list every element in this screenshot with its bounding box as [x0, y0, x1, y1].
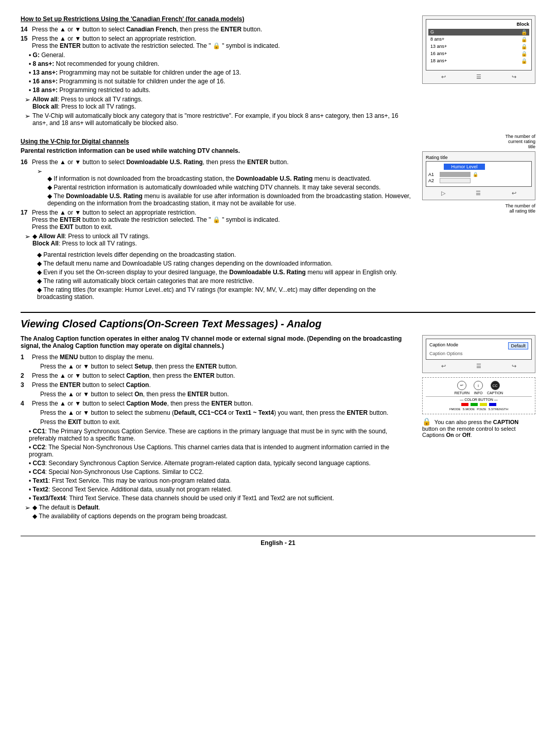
digital-intro: Parental restriction information can be … [21, 147, 412, 154]
rating-label-a1: A1 [428, 172, 438, 177]
diamond-16-2: Parental restriction information is auto… [47, 184, 412, 191]
caption-note-text: You can also press the CAPTION button on… [422, 419, 518, 438]
step-15-num: 15 [21, 35, 29, 49]
diamond-16-1: If information is not downloaded from th… [47, 175, 412, 182]
caption-mode-label: Caption Mode [429, 342, 458, 349]
rating-bar-a2 [440, 178, 471, 183]
step-16-num: 16 [21, 159, 29, 166]
btn-caption-label: CAPTION [487, 391, 503, 395]
captions-intro: The Analog Caption function operates in … [21, 335, 412, 349]
step-3a-text: Press the ▲ or ▼ button to select On, th… [40, 391, 229, 398]
color-btn-blue[interactable] [489, 403, 496, 406]
step-3-text: Press the ENTER button to select Caption… [32, 381, 151, 389]
annotation-label: The number ofcurrent ratingtitle [505, 134, 535, 149]
step-4-caption: 4 Press the ▲ or ▼ button to select Capt… [21, 400, 412, 407]
caption-note: 🔒 You can also press the CAPTION button … [422, 417, 535, 438]
rating-row-a1: A1 🔒 [428, 172, 529, 177]
bullet-cc2: CC2: The Special Non-Synchronous Use Cap… [29, 444, 412, 458]
color-btn-green[interactable] [471, 403, 478, 406]
bullet-18: 18 ans+: Programming restricted to adult… [29, 86, 412, 94]
step-17-text: Press the ▲ or ▼ button to select an app… [32, 209, 196, 216]
block-diagram-col: Block G🔒 8 ans+🔒 13 ans+🔒 16 ans+🔒 18 [422, 15, 535, 129]
bullet-text1: Text1: First Text Service. This may be v… [29, 477, 412, 484]
label-sstrength: S.STRENGTH [488, 408, 508, 411]
step-4-num: 4 [21, 400, 29, 407]
step-14: 14 Press the ▲ or ▼ button to select Can… [21, 26, 412, 33]
caption-mode-box: Caption Mode Default Caption Options ↩☰↪ [422, 335, 535, 373]
step-1-num: 1 [21, 354, 29, 361]
arrow-vchip-note: ➢ The V-Chip will automatically block an… [25, 112, 412, 127]
step-15-content: Press the ▲ or ▼ button to select an app… [32, 35, 280, 49]
all-rating-label: The number ofall rating title [422, 203, 535, 214]
arrow-sym-4: ➢ [25, 504, 30, 523]
step-17-num: 17 [21, 209, 29, 231]
block-item-18: 18 ans+🔒 [428, 58, 529, 64]
btn-info[interactable]: i [474, 381, 483, 390]
block-nav: ↩☰↪ [426, 74, 532, 80]
arrow-sym-2: ➢ [25, 112, 30, 127]
canada-bullets: G: General. 8 ans+: Not recommended for … [29, 51, 412, 94]
bullet-text2: Text2: Second Text Service. Additional d… [29, 486, 412, 493]
humor-bar: Humor Level [444, 164, 485, 170]
step-17-content: Press the ▲ or ▼ button to select an app… [32, 209, 280, 231]
bullet-cc3: CC3: Secondary Synchronous Caption Servi… [29, 460, 412, 467]
caption-nav: ↩☰↪ [426, 363, 532, 370]
btn-return[interactable]: ↩ [457, 381, 466, 390]
bullet-text34: Text3/Text4: Third Text Service. These d… [29, 495, 412, 502]
step-15: 15 Press the ▲ or ▼ button to select an … [21, 35, 412, 49]
diamond-17-5: The rating titles (for example: Humor Le… [37, 286, 412, 301]
section-digital: Using the V-Chip for Digital channels Pa… [21, 134, 535, 303]
color-btn-red[interactable] [461, 403, 468, 406]
step-17-arrow-diamonds: Allow All: Press to unlock all TV rating… [32, 233, 150, 247]
remote-top-row: ↩ RETURN i INFO CC CAPTION [455, 381, 503, 395]
step-exit-text: Press the EXIT button to exit. [40, 418, 120, 426]
color-btn-yellow[interactable] [480, 403, 487, 406]
rating-annotation: The number ofcurrent ratingtitle [422, 134, 535, 149]
arrow-sym-1: ➢ [25, 96, 30, 110]
btn-return-label: RETURN [455, 391, 470, 395]
lock-a1: 🔒 [473, 172, 478, 177]
rating-diagram: Rating title Humor Level A1 🔒 A2 [422, 151, 535, 200]
btn-caption[interactable]: CC [491, 381, 500, 390]
btn-info-label: INFO [474, 391, 483, 395]
label-smode: S.MODE [463, 408, 475, 411]
arrow-text-3: Allow All: Press to unlock all TV rating… [32, 233, 150, 249]
step-4-text: Press the ▲ or ▼ button to select Captio… [32, 400, 253, 407]
text-col-1: How to Set up Restrictions Using the 'Ca… [21, 15, 412, 129]
section-header-canadian: How to Set up Restrictions Using the 'Ca… [21, 15, 412, 23]
block-item-8: 8 ans+🔒 [428, 36, 529, 43]
step-4a-num [29, 409, 37, 416]
arrow-allow-all: ➢ Allow all: Press to unlock all TV rati… [25, 96, 412, 110]
caption-arrow-2: The availability of captions depends on … [32, 513, 228, 520]
step-4a-caption: Press the ▲ or ▼ button to select the su… [29, 409, 412, 416]
step-2-text: Press the ▲ or ▼ button to select Captio… [32, 372, 235, 379]
rating-title-label: Rating title [426, 155, 448, 160]
step-3a-caption: Press the ▲ or ▼ button to select On, th… [29, 391, 412, 398]
block-diagram: Block G🔒 8 ans+🔒 13 ans+🔒 16 ans+🔒 18 [422, 15, 535, 84]
step-3a-num [29, 391, 37, 398]
rating-inner: Humor Level A1 🔒 A2 [426, 161, 532, 187]
caption-bullets: CC1: The Primary Synchronous Caption Ser… [29, 428, 412, 502]
diamond-allow: Allow All: Press to unlock all TV rating… [32, 233, 150, 247]
step-16-text: Press the ▲ or ▼ button to select Downlo… [32, 159, 289, 166]
label-fmode: FMODE [449, 408, 461, 411]
section-title-captions: Viewing Closed Captions(On-Screen Text M… [21, 318, 535, 330]
bullet-8: 8 ans+: Not recommended for young childr… [29, 60, 412, 67]
arrow-text-2: The V-Chip will automatically block any … [32, 112, 412, 127]
digital-header: Using the V-Chip for Digital channels [21, 138, 412, 145]
remote-bottom-labels: FMODE S.MODE P.SIZE S.STRENGTH [449, 408, 508, 411]
diamond-17-3: Even if you set the On-screen display to… [37, 269, 412, 276]
caption-arrows: The default is Default. The availability… [32, 504, 228, 521]
step-17-diamonds: Parental restriction levels differ depen… [37, 251, 412, 301]
step-1a-caption: Press the ▲ or ▼ button to select Setup,… [29, 363, 412, 370]
block-diagram-inner: Block G🔒 8 ans+🔒 13 ans+🔒 16 ans+🔒 18 [426, 19, 532, 71]
caption-diagram-col: Caption Mode Default Caption Options ↩☰↪… [422, 335, 535, 525]
step-3-caption: 3 Press the ENTER button to select Capti… [21, 381, 412, 389]
step-14-num: 14 [21, 26, 29, 33]
arrow-sym-3: ➢ [25, 233, 30, 249]
caption-mode-value: Default [508, 342, 528, 349]
diamond-17-1: Parental restriction levels differ depen… [37, 251, 412, 258]
rating-label-a2: A2 [428, 178, 438, 183]
block-item-g: G🔒 [428, 29, 529, 36]
step-3-num: 3 [21, 381, 29, 389]
